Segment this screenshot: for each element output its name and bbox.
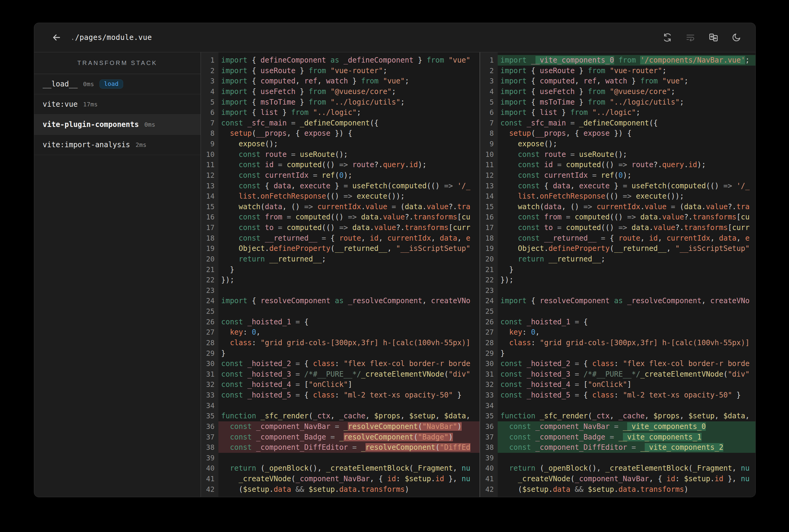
line-number: 4	[480, 87, 498, 97]
line-number: 28	[201, 338, 218, 348]
code-text: import { computed, ref, watch } from "vu…	[218, 76, 479, 87]
code-text: });	[498, 275, 755, 285]
load-badge: load	[99, 79, 123, 89]
line-number: 25	[201, 306, 218, 317]
line-number: 20	[480, 254, 498, 265]
refresh-button[interactable]	[662, 32, 673, 43]
code-line: 23	[201, 285, 479, 296]
code-text: import { useRoute } from "vue-router";	[218, 65, 479, 76]
code-text: return __returned__;	[498, 254, 755, 265]
diff-panel-before[interactable]: 1import { defineComponent as _defineComp…	[201, 52, 479, 497]
transform-stack-header: TRANSFORM STACK	[34, 52, 201, 74]
code-text: const currentIdx = ref(0);	[498, 170, 755, 181]
back-button[interactable]	[50, 31, 63, 44]
code-text	[498, 285, 755, 296]
line-number: 12	[201, 170, 218, 181]
file-title-path: /pages/module.vue	[75, 33, 152, 42]
line-number: 11	[201, 159, 218, 170]
line-number: 32	[480, 379, 498, 390]
code-line: 33const _hoisted_5 = { class: "ml-2 text…	[480, 390, 755, 400]
code-line: 38 const _component_DiffEditor = __vite_…	[480, 442, 755, 453]
code-line: 19 Object.defineProperty(__returned__, "…	[201, 243, 479, 254]
code-text: expose();	[498, 139, 755, 149]
code-line: 30const _hoisted_2 = { class: "flex flex…	[201, 359, 479, 369]
plugin-name: vite:vue	[43, 100, 78, 109]
arrow-left-icon	[51, 32, 62, 43]
code-line: 5import { msToTime } from "../logic/util…	[480, 97, 755, 108]
wrap-lines-button[interactable]	[685, 32, 696, 43]
line-number: 32	[201, 379, 218, 390]
code-text: list.onFetchResponse(() => execute());	[218, 191, 479, 202]
code-text: import __vite_components_0 from '/compon…	[498, 55, 755, 65]
line-number: 14	[201, 191, 218, 202]
line-number: 9	[480, 139, 498, 149]
code-text: function _sfc_render(_ctx, _cache, $prop…	[498, 411, 755, 421]
code-line: 1import { defineComponent as _defineComp…	[201, 55, 479, 65]
code-text	[498, 453, 755, 463]
code-line: 4import { useFetch } from "@vueuse/core"…	[201, 87, 479, 97]
code-line: 37 const _component_Badge = _resolveComp…	[201, 432, 479, 442]
code-line: 3import { computed, ref, watch } from "v…	[480, 76, 755, 87]
sidebar-item-load[interactable]: __load__ 0ms load	[34, 74, 201, 94]
code-text: const _component_Badge = _resolveCompone…	[218, 432, 479, 442]
line-number: 40	[201, 463, 218, 474]
line-number: 7	[201, 118, 218, 129]
line-number: 26	[480, 317, 498, 327]
line-number: 23	[201, 285, 218, 296]
sidebar-item-vite-vue[interactable]: vite:vue 17ms	[34, 94, 201, 115]
side-by-side-button[interactable]	[708, 32, 718, 43]
code-line: 18 const __returned__ = { route, id, cur…	[480, 233, 755, 244]
code-text: watch(data, () => currentIdx.value = (da…	[218, 202, 479, 212]
line-number: 39	[480, 453, 498, 463]
sidebar-item-vite-import-analysis[interactable]: vite:import-analysis 2ms	[34, 135, 201, 155]
code-line: 24import { resolveComponent as _resolveC…	[201, 296, 479, 306]
line-number: 42	[480, 484, 498, 495]
code-line: 20 return __returned__;	[201, 254, 479, 265]
code-text: import { list } from "../logic";	[498, 107, 755, 118]
code-text: const _hoisted_4 = ["onClick"]	[218, 379, 479, 390]
code-text: const route = useRoute();	[218, 149, 479, 160]
code-text: const id = computed(() => route?.query.i…	[218, 159, 479, 170]
line-number: 26	[201, 317, 218, 327]
code-line: 13 const { data, execute } = useFetch(co…	[480, 181, 755, 191]
code-text: list.onFetchResponse(() => execute());	[498, 191, 755, 202]
code-text: setup(__props, { expose }) {	[218, 128, 479, 139]
line-number: 42	[201, 484, 218, 495]
inspect-window: ./pages/module.vue	[34, 23, 756, 497]
transform-stack-title: TRANSFORM STACK	[77, 60, 158, 66]
code-text: const route = useRoute();	[498, 149, 755, 160]
code-text	[218, 285, 479, 296]
dark-mode-toggle[interactable]	[731, 32, 741, 43]
line-number: 10	[480, 149, 498, 160]
code-text: ($setup.data && $setup.data.transforms)	[218, 484, 479, 495]
line-number: 23	[480, 285, 498, 296]
line-number: 7	[480, 118, 498, 129]
line-number: 11	[480, 159, 498, 170]
file-title-prefix: .	[71, 33, 75, 42]
file-title: ./pages/module.vue	[71, 33, 152, 42]
code-line: 38 const _component_DiffEditor = _resolv…	[201, 442, 479, 453]
line-number: 34	[201, 400, 218, 411]
line-number: 36	[201, 421, 218, 432]
code-line: 22});	[480, 275, 755, 285]
diff-panel-after[interactable]: 1import __vite_components_0 from '/compo…	[480, 52, 755, 497]
code-text: const __returned__ = { route, id, curren…	[218, 233, 479, 244]
code-line: 30const _hoisted_2 = { class: "flex flex…	[480, 359, 755, 369]
code-line: 20 return __returned__;	[480, 254, 755, 265]
line-number: 10	[201, 149, 218, 160]
sidebar-item-vite-plugin-components[interactable]: vite-plugin-components 0ms	[34, 115, 201, 135]
code-line: 31const _hoisted_3 = /*#__PURE__*/_creat…	[480, 369, 755, 380]
code-line: 8 setup(__props, { expose }) {	[201, 128, 479, 139]
code-text: import { useFetch } from "@vueuse/core";	[218, 87, 479, 97]
code-text: const _sfc_main = _defineComponent({	[498, 118, 755, 129]
line-number: 12	[480, 170, 498, 181]
line-number: 16	[201, 212, 218, 223]
line-number: 5	[201, 97, 218, 108]
code-line: 7const _sfc_main = _defineComponent({	[201, 118, 479, 129]
line-number: 2	[201, 65, 218, 76]
code-line: 35function _sfc_render(_ctx, _cache, $pr…	[480, 411, 755, 421]
toolbar-icons	[662, 32, 741, 43]
code-text: const from = computed(() => data.value?.…	[498, 212, 755, 223]
code-line: 35function _sfc_render(_ctx, _cache, $pr…	[201, 411, 479, 421]
line-number: 31	[480, 369, 498, 380]
